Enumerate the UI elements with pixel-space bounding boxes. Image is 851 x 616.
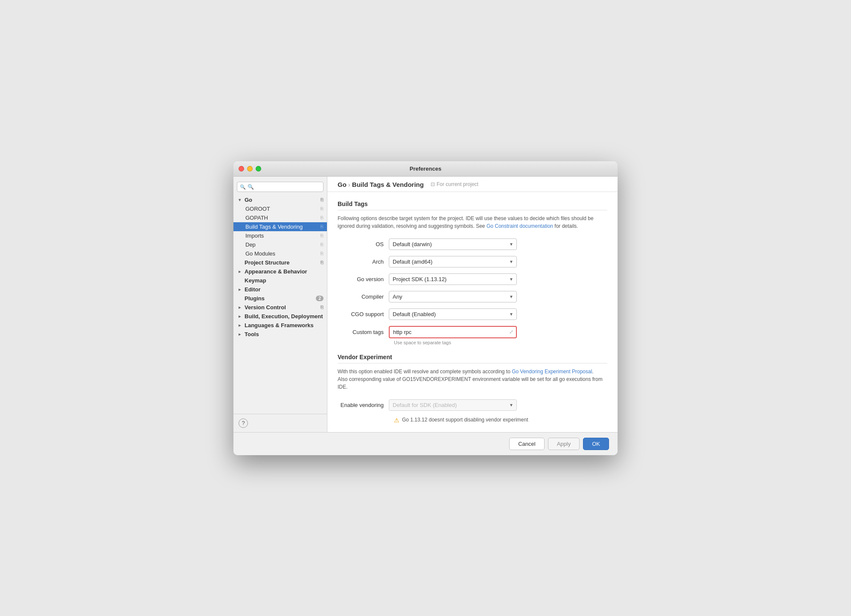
sidebar-item-label: Appearance & Behavior <box>245 268 307 275</box>
sidebar-item-label: Imports <box>245 232 264 239</box>
enable-vendoring-select-wrapper[interactable]: Default for SDK (Enabled) ▼ <box>389 399 517 411</box>
copy-icon: ⎘ <box>321 260 323 265</box>
copy-icon: ⎘ <box>321 197 323 202</box>
warning-text: Go 1.13.12 doesnt support disabling vend… <box>402 417 528 423</box>
compiler-select[interactable]: Any <box>389 291 517 302</box>
compiler-label: Compiler <box>338 293 389 300</box>
copy-icon: ⎘ <box>321 206 323 211</box>
sidebar-item-imports[interactable]: Imports ⎘ <box>233 231 327 240</box>
sidebar-item-project-structure[interactable]: ▸ Project Structure ⎘ <box>233 258 327 267</box>
build-tags-description: Following options describe target system… <box>338 215 607 230</box>
os-select[interactable]: Default (darwin) <box>389 238 517 250</box>
sidebar-item-keymap[interactable]: ▸ Keymap <box>233 276 327 285</box>
sidebar-item-label: Project Structure <box>245 259 289 266</box>
preferences-window: Preferences 🔍 ▾ Go ⎘ GOROOT ⎘ <box>233 161 618 455</box>
compiler-select-wrapper[interactable]: Any ▼ <box>389 291 517 302</box>
sidebar-item-label: Go Modules <box>245 250 275 257</box>
cgo-label: CGO support <box>338 311 389 317</box>
chevron-right-icon: ▸ <box>239 305 244 310</box>
window-title: Preferences <box>410 166 441 172</box>
sidebar-item-label: Build, Execution, Deployment <box>245 313 323 320</box>
traffic-lights <box>239 166 261 171</box>
os-select-wrapper[interactable]: Default (darwin) ▼ <box>389 238 517 250</box>
vendoring-proposal-link[interactable]: Go Vendoring Experiment Proposal <box>512 369 592 375</box>
sidebar-item-label: GOPATH <box>245 215 268 221</box>
close-button[interactable] <box>239 166 244 171</box>
sidebar-item-gopath[interactable]: GOPATH ⎘ <box>233 213 327 222</box>
enable-vendoring-select[interactable]: Default for SDK (Enabled) <box>389 399 517 411</box>
help-button[interactable]: ? <box>239 418 248 428</box>
cgo-row: CGO support Default (Enabled) ▼ <box>338 308 607 320</box>
go-version-row: Go version Project SDK (1.13.12) ▼ <box>338 273 607 285</box>
go-version-select[interactable]: Project SDK (1.13.12) <box>389 273 517 285</box>
ok-button[interactable]: OK <box>583 438 609 450</box>
sidebar-item-dep[interactable]: Dep ⎘ <box>233 240 327 249</box>
chevron-right-icon: ▸ <box>239 314 244 319</box>
for-project-icon: ⊡ <box>431 181 435 187</box>
search-box[interactable]: 🔍 <box>237 182 323 192</box>
custom-tags-input[interactable] <box>390 327 516 337</box>
sidebar-tree: ▾ Go ⎘ GOROOT ⎘ GOPATH ⎘ Build Tags & Ve… <box>233 195 327 414</box>
sidebar-item-label: Build Tags & Vendoring <box>245 224 303 230</box>
vendor-description: With this option enabled IDE will resolv… <box>338 368 607 391</box>
sidebar-item-build-execution[interactable]: ▸ Build, Execution, Deployment <box>233 312 327 321</box>
main-content: Go › Build Tags & Vendoring ⊡ For curren… <box>327 177 618 432</box>
build-tags-section-title: Build Tags <box>338 200 607 210</box>
sidebar-item-label: GOROOT <box>245 206 270 212</box>
breadcrumb: Go › Build Tags & Vendoring <box>338 181 424 188</box>
chevron-right-icon: ▸ <box>239 323 244 328</box>
minimize-button[interactable] <box>247 166 253 171</box>
maximize-button[interactable] <box>256 166 261 171</box>
vendor-desc-before: With this option enabled IDE will resolv… <box>338 369 512 375</box>
cgo-select[interactable]: Default (Enabled) <box>389 308 517 320</box>
chevron-right-icon: ▸ <box>239 269 244 274</box>
sidebar-item-plugins[interactable]: ▸ Plugins 2 <box>233 294 327 303</box>
custom-tags-label: Custom tags <box>338 329 389 335</box>
cgo-select-wrapper[interactable]: Default (Enabled) ▼ <box>389 308 517 320</box>
chevron-down-icon: ▾ <box>239 198 244 202</box>
cancel-button[interactable]: Cancel <box>509 438 544 450</box>
arch-select[interactable]: Default (amd64) <box>389 256 517 267</box>
vendor-section-title: Vendor Experiment <box>338 354 607 363</box>
titlebar: Preferences <box>233 161 618 177</box>
sidebar-item-go[interactable]: ▾ Go ⎘ <box>233 195 327 204</box>
breadcrumb-parent: Go <box>338 181 347 188</box>
sidebar-item-label: Keymap <box>245 277 266 284</box>
sidebar-item-label: Go <box>245 197 252 203</box>
copy-icon: ⎘ <box>321 305 323 310</box>
for-project: ⊡ For current project <box>431 181 478 187</box>
sidebar-item-label: Dep <box>245 241 256 248</box>
arch-select-wrapper[interactable]: Default (amd64) ▼ <box>389 256 517 267</box>
go-constraint-link[interactable]: Go Constraint documentation <box>487 223 553 229</box>
search-input[interactable] <box>237 182 323 192</box>
sidebar-item-languages-frameworks[interactable]: ▸ Languages & Frameworks <box>233 321 327 330</box>
go-version-label: Go version <box>338 276 389 282</box>
apply-button[interactable]: Apply <box>548 438 580 450</box>
copy-icon: ⎘ <box>321 242 323 247</box>
sidebar-item-appearance-behavior[interactable]: ▸ Appearance & Behavior <box>233 267 327 276</box>
sidebar-item-version-control[interactable]: ▸ Version Control ⎘ <box>233 303 327 312</box>
go-version-select-wrapper[interactable]: Project SDK (1.13.12) ▼ <box>389 273 517 285</box>
sidebar-item-tools[interactable]: ▸ Tools <box>233 330 327 339</box>
sidebar-item-editor[interactable]: ▸ Editor <box>233 285 327 294</box>
custom-tags-row: Custom tags ⤢ <box>338 326 607 338</box>
sidebar-item-label: Languages & Frameworks <box>245 322 314 328</box>
os-label: OS <box>338 241 389 247</box>
sidebar-item-build-tags[interactable]: Build Tags & Vendoring ⎘ <box>233 222 327 231</box>
expand-icon: ⤢ <box>509 329 513 335</box>
sidebar-item-goroot[interactable]: GOROOT ⎘ <box>233 204 327 213</box>
warning-row: ⚠ Go 1.13.12 doesnt support disabling ve… <box>394 417 607 424</box>
copy-icon: ⎘ <box>321 224 323 229</box>
search-icon: 🔍 <box>240 184 246 189</box>
chevron-right-icon: ▸ <box>239 332 244 337</box>
sidebar: 🔍 ▾ Go ⎘ GOROOT ⎘ GOPATH ⎘ <box>233 177 327 432</box>
custom-tags-input-wrapper[interactable]: ⤢ <box>389 326 517 338</box>
enable-vendoring-label: Enable vendoring <box>338 402 389 408</box>
description-suffix: for details. <box>553 223 578 229</box>
os-row: OS Default (darwin) ▼ <box>338 238 607 250</box>
enable-vendoring-row: Enable vendoring Default for SDK (Enable… <box>338 399 607 411</box>
plugins-badge: 2 <box>316 296 323 301</box>
window-body: 🔍 ▾ Go ⎘ GOROOT ⎘ GOPATH ⎘ <box>233 177 618 432</box>
sidebar-item-go-modules[interactable]: Go Modules ⎘ <box>233 249 327 258</box>
sidebar-item-label: Tools <box>245 331 259 337</box>
